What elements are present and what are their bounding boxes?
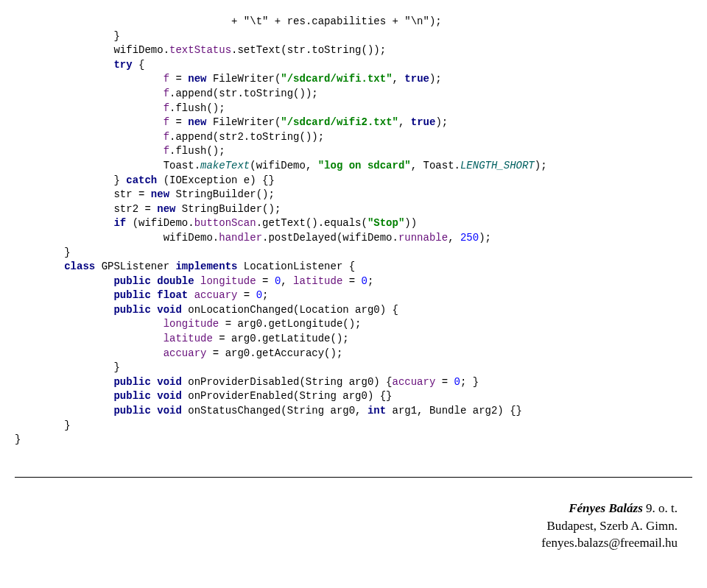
author-name: Fényes Balázs [569, 501, 643, 515]
footer: Fényes Balázs 9. o. t. Budapest, Szerb A… [15, 500, 692, 552]
school-line: Budapest, Szerb A. Gimn. [15, 517, 678, 535]
email-line: fenyes.balazs@freemail.hu [15, 534, 678, 552]
author-line: Fényes Balázs 9. o. t. [15, 500, 678, 517]
code-block: + "\t" + res.capabilities + "\n"); } wif… [15, 15, 692, 447]
author-class: 9. o. t. [643, 501, 678, 515]
divider [15, 477, 692, 478]
